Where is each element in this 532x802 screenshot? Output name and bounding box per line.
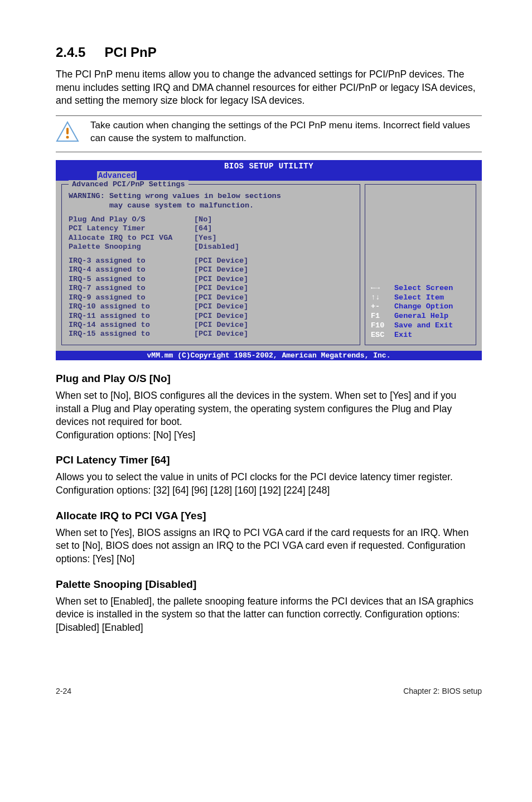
bios-setting-key: IRQ-3 assigned to xyxy=(69,257,194,265)
bios-help-row: ↑↓Select Item xyxy=(371,293,470,303)
bios-left-panel: Advanced PCI/PnP Settings WARNING: Setti… xyxy=(61,184,360,345)
bios-topbar: BIOS SETUP UTILITY Advanced xyxy=(56,160,482,181)
bios-setting-row: IRQ-4 assigned to[PCI Device] xyxy=(69,265,353,274)
bios-setting-value: [PCI Device] xyxy=(194,257,353,265)
bios-help-key: F10 xyxy=(371,321,394,331)
footer-chapter: Chapter 2: BIOS setup xyxy=(403,687,482,695)
bios-help-label: Select Item xyxy=(394,293,470,303)
subsection-heading: Allocate IRQ to PCI VGA [Yes] xyxy=(56,510,482,522)
bios-active-tab: Advanced xyxy=(97,171,137,181)
bios-warning: WARNING: Setting wrong values in below s… xyxy=(69,192,353,211)
bios-setting-key: PCI Latency Timer xyxy=(69,224,194,233)
subsection-body: When set to [Yes], BIOS assigns an IRQ t… xyxy=(56,526,482,566)
bios-setting-row: IRQ-3 assigned to[PCI Device] xyxy=(69,257,353,265)
bios-setting-value: [Yes] xyxy=(194,234,353,243)
bios-setting-row: Allocate IRQ to PCI VGA[Yes] xyxy=(69,234,353,243)
bios-help-label: Exit xyxy=(394,331,470,340)
bios-help-row: ←→Select Screen xyxy=(371,284,470,293)
caution-icon xyxy=(56,119,79,145)
bios-setting-row: PCI Latency Timer[64] xyxy=(69,224,353,233)
bios-settings-group2: IRQ-3 assigned to[PCI Device]IRQ-4 assig… xyxy=(69,257,353,339)
bios-setting-value: [No] xyxy=(194,215,353,224)
bios-title: BIOS SETUP UTILITY xyxy=(224,162,313,171)
caution-note: Take caution when changing the settings … xyxy=(56,119,482,145)
bios-settings-group1: Plug And Play O/S[No]PCI Latency Timer[6… xyxy=(69,215,353,252)
bios-setting-key: Allocate IRQ to PCI VGA xyxy=(69,234,194,243)
bios-help-row: F10Save and Exit xyxy=(371,321,470,331)
bios-setting-key: IRQ-14 assigned to xyxy=(69,321,194,330)
bios-setting-value: [PCI Device] xyxy=(194,265,353,274)
caution-text: Take caution when changing the settings … xyxy=(90,119,482,145)
bios-warning-l2: may cause system to malfunction. xyxy=(69,201,254,210)
bios-setting-row: IRQ-10 assigned to[PCI Device] xyxy=(69,302,353,311)
section-heading: 2.4.5PCI PnP xyxy=(56,45,482,60)
subsection-heading: Palette Snooping [Disabled] xyxy=(56,578,482,591)
bios-help-key: +- xyxy=(371,302,394,312)
bios-setting-value: [PCI Device] xyxy=(194,312,353,321)
bios-setting-value: [PCI Device] xyxy=(194,330,353,339)
bios-setting-value: [Disabled] xyxy=(194,243,353,252)
bios-setting-row: IRQ-5 assigned to[PCI Device] xyxy=(69,275,353,284)
bios-help-panel: ←→Select Screen↑↓Select Item+-Change Opt… xyxy=(365,184,476,345)
bios-setting-row: IRQ-15 assigned to[PCI Device] xyxy=(69,330,353,339)
bios-setting-row: IRQ-11 assigned to[PCI Device] xyxy=(69,312,353,321)
page-footer: 2-24 Chapter 2: BIOS setup xyxy=(0,664,532,712)
bios-help-label: General Help xyxy=(394,312,470,321)
bios-setting-key: IRQ-5 assigned to xyxy=(69,275,194,284)
bios-setting-value: [PCI Device] xyxy=(194,284,353,293)
bios-setting-row: Plug And Play O/S[No] xyxy=(69,215,353,224)
divider xyxy=(56,115,482,116)
bios-setting-key: Palette Snooping xyxy=(69,243,194,252)
bios-setting-value: [PCI Device] xyxy=(194,275,353,284)
bios-setting-value: [PCI Device] xyxy=(194,293,353,302)
section-title-text: PCI PnP xyxy=(104,45,156,60)
intro-paragraph: The PCI PnP menu items allow you to chan… xyxy=(56,68,482,108)
bios-help-label: Select Screen xyxy=(394,284,470,293)
bios-help-key: ←→ xyxy=(371,284,394,293)
bios-help-key: ESC xyxy=(371,331,394,340)
subsection-body: Allows you to select the value in units … xyxy=(56,471,482,497)
bios-setting-key: IRQ-15 assigned to xyxy=(69,330,194,339)
subsection-body: When set to [Enabled], the pallete snoop… xyxy=(56,595,482,635)
subsection-heading: Plug and Play O/S [No] xyxy=(56,373,482,385)
footer-page-number: 2-24 xyxy=(56,687,71,695)
bios-setting-key: IRQ-9 assigned to xyxy=(69,293,194,302)
bios-help-row: ESCExit xyxy=(371,331,470,340)
bios-setting-row: IRQ-9 assigned to[PCI Device] xyxy=(69,293,353,302)
section-number: 2.4.5 xyxy=(56,45,85,60)
bios-help-label: Save and Exit xyxy=(394,321,470,331)
bios-help-key: ↑↓ xyxy=(371,293,394,303)
bios-setting-row: IRQ-7 assigned to[PCI Device] xyxy=(69,284,353,293)
bios-help-row: F1General Help xyxy=(371,312,470,321)
bios-help-key: F1 xyxy=(371,312,394,321)
bios-warning-l1: WARNING: Setting wrong values in below s… xyxy=(69,192,281,200)
bios-setting-key: IRQ-10 assigned to xyxy=(69,302,194,311)
svg-rect-1 xyxy=(66,128,69,134)
bios-help-row: +-Change Option xyxy=(371,302,470,312)
bios-setting-key: IRQ-4 assigned to xyxy=(69,265,194,274)
svg-point-2 xyxy=(66,136,69,138)
subsection-body: When set to [No], BIOS configures all th… xyxy=(56,389,482,442)
bios-help-label: Change Option xyxy=(394,302,470,312)
bios-setting-row: IRQ-14 assigned to[PCI Device] xyxy=(69,321,353,330)
bios-setting-row: Palette Snooping[Disabled] xyxy=(69,243,353,252)
bios-setting-key: Plug And Play O/S xyxy=(69,215,194,224)
divider xyxy=(56,152,482,152)
bios-panel-title: Advanced PCI/PnP Settings xyxy=(69,180,188,189)
bios-setting-value: [PCI Device] xyxy=(194,321,353,330)
bios-setting-key: IRQ-11 assigned to xyxy=(69,312,194,321)
bios-screenshot: BIOS SETUP UTILITY Advanced Advanced PCI… xyxy=(56,160,482,360)
bios-setting-key: IRQ-7 assigned to xyxy=(69,284,194,293)
bios-setting-value: [PCI Device] xyxy=(194,302,353,311)
bios-setting-value: [64] xyxy=(194,224,353,233)
bios-copyright: vMM.mm (C)Copyright 1985-2002, American … xyxy=(56,351,482,360)
subsection-heading: PCI Latency Timer [64] xyxy=(56,454,482,466)
